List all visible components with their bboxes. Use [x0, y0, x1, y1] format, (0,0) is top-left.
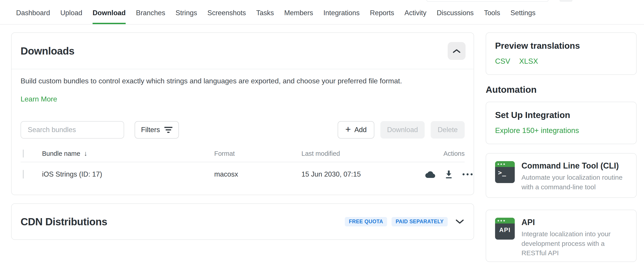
filter-icon: [164, 126, 172, 133]
nav-tab-branches[interactable]: Branches: [136, 9, 165, 24]
api-card[interactable]: API API Integrate localization into your…: [486, 210, 636, 262]
more-actions-icon[interactable]: [462, 173, 473, 175]
window-dot-icon: [503, 163, 505, 165]
nav-tab-activity[interactable]: Activity: [404, 9, 426, 24]
column-header-format: Format: [214, 150, 302, 157]
project-nav: Dashboard Upload Download Branches Strin…: [16, 9, 536, 24]
api-icon: API: [495, 218, 515, 240]
cli-card-content: Command Line Tool (CLI) Automate your lo…: [522, 161, 628, 197]
terminal-icon-titlebar: [495, 161, 515, 167]
column-header-bundle-name[interactable]: Bundle name ↓: [42, 150, 214, 158]
column-header-last-modified: Last modified: [302, 150, 425, 157]
add-bundle-button[interactable]: + Add: [338, 121, 374, 139]
cdn-distributions-panel: CDN Distributions FREE QUOTA PAID SEPARA…: [11, 203, 474, 240]
nav-tab-strings[interactable]: Strings: [176, 9, 197, 24]
bundles-table-header: Bundle name ↓ Format Last modified Actio…: [20, 145, 465, 162]
row-checkbox[interactable]: [23, 170, 24, 179]
nav-tab-discussions[interactable]: Discussions: [437, 9, 474, 24]
api-icon-titlebar: [495, 218, 515, 224]
api-icon-label: API: [495, 227, 515, 234]
cutoff-search-bar: [426, 0, 548, 2]
nav-tab-reports[interactable]: Reports: [370, 9, 394, 24]
cli-card-description: Automate your localization routine with …: [522, 173, 628, 192]
window-dot-icon: [500, 220, 502, 222]
filters-button[interactable]: Filters: [134, 121, 179, 139]
cli-card-title: Command Line Tool (CLI): [522, 161, 628, 171]
api-card-content: API Integrate localization into your dev…: [522, 218, 628, 262]
terminal-icon: >_: [495, 161, 515, 183]
cdn-distributions-title: CDN Distributions: [20, 216, 107, 228]
nav-tab-settings[interactable]: Settings: [510, 9, 536, 24]
chevron-up-icon: [453, 49, 460, 53]
api-card-title: API: [522, 218, 628, 227]
set-up-integration-card: Set Up Integration Explore 150+ integrat…: [486, 102, 636, 144]
csv-link[interactable]: CSV: [495, 57, 510, 65]
downloads-panel-body: Build custom bundles to control exactly …: [12, 77, 474, 186]
search-bundles-input[interactable]: [20, 121, 124, 139]
add-button-label: Add: [354, 126, 367, 134]
nav-tab-upload[interactable]: Upload: [60, 9, 82, 24]
cli-tool-card[interactable]: >_ Command Line Tool (CLI) Automate your…: [486, 153, 636, 198]
learn-more-link[interactable]: Learn More: [20, 95, 57, 103]
select-all-checkbox[interactable]: [23, 150, 24, 158]
preview-translations-title: Preview translations: [495, 41, 627, 51]
downloads-panel-header: Downloads: [12, 33, 474, 69]
nav-tab-screenshots[interactable]: Screenshots: [207, 9, 246, 24]
bundle-format-cell: macosx: [214, 170, 302, 178]
nav-tab-dashboard[interactable]: Dashboard: [16, 9, 50, 24]
window-dot-icon: [503, 220, 505, 222]
plus-icon: +: [345, 125, 351, 134]
download-selected-button[interactable]: Download: [380, 121, 425, 139]
nav-tab-members[interactable]: Members: [284, 9, 313, 24]
free-quota-badge: FREE QUOTA: [345, 217, 387, 226]
nav-tab-download[interactable]: Download: [92, 9, 126, 24]
bundle-name-cell: iOS Strings (ID: 17): [42, 170, 214, 178]
cutoff-toolbar-item: [560, 0, 572, 2]
expand-panel-button[interactable]: [456, 220, 464, 224]
download-bundle-icon[interactable]: [445, 170, 452, 179]
bundles-toolbar: Filters + Add Download Delete: [20, 121, 465, 139]
column-header-actions: Actions: [444, 150, 465, 157]
filters-button-label: Filters: [141, 126, 160, 134]
nav-tab-tasks[interactable]: Tasks: [256, 9, 274, 24]
row-actions: [425, 170, 473, 179]
preview-links: CSV XLSX: [495, 57, 627, 65]
sort-descending-icon: ↓: [84, 150, 88, 158]
bundle-modified-cell: 15 Jun 2030, 07:15: [302, 170, 425, 178]
preview-translations-card: Preview translations CSV XLSX: [486, 32, 636, 75]
bundles-table: Bundle name ↓ Format Last modified Actio…: [20, 145, 465, 186]
bundle-name-header-label: Bundle name: [42, 150, 80, 157]
delete-selected-button[interactable]: Delete: [431, 121, 465, 139]
table-row: iOS Strings (ID: 17) macosx 15 Jun 2030,…: [20, 162, 465, 186]
nav-tab-integrations[interactable]: Integrations: [323, 9, 360, 24]
downloads-title: Downloads: [20, 45, 74, 57]
nav-tab-tools[interactable]: Tools: [484, 9, 500, 24]
automation-section-heading: Automation: [486, 84, 537, 95]
top-navigation-bar: Dashboard Upload Download Branches Strin…: [0, 0, 644, 24]
window-dot-icon: [498, 163, 499, 165]
window-dot-icon: [498, 220, 499, 222]
downloads-description: Build custom bundles to control exactly …: [20, 77, 465, 85]
explore-integrations-link[interactable]: Explore 150+ integrations: [495, 126, 579, 135]
downloads-panel: Downloads Build custom bundles to contro…: [11, 32, 474, 195]
terminal-prompt-glyph: >_: [498, 169, 506, 176]
api-card-description: Integrate localization into your develop…: [522, 229, 628, 258]
set-up-integration-title: Set Up Integration: [495, 110, 627, 120]
xlsx-link[interactable]: XLSX: [519, 57, 538, 65]
cloud-build-icon[interactable]: [425, 171, 435, 178]
window-dot-icon: [500, 163, 502, 165]
cdn-badges: FREE QUOTA PAID SEPARATELY: [345, 217, 448, 226]
paid-separately-badge: PAID SEPARATELY: [392, 217, 448, 226]
collapse-panel-button[interactable]: [448, 42, 466, 60]
